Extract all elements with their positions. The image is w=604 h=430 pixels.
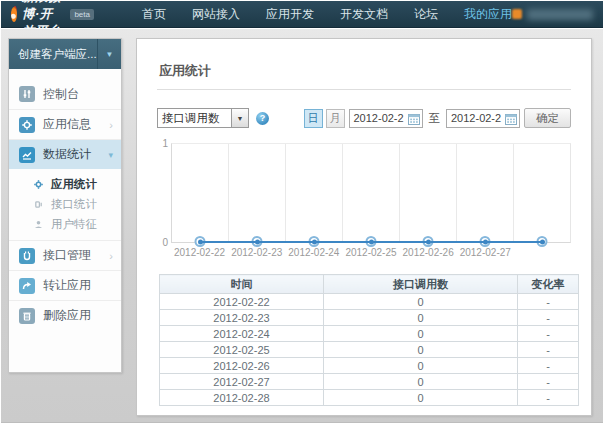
table-row: 2012-02-240- xyxy=(160,326,579,342)
date-range-controls: 日 月 2012-02-2 至 2012-02-2 xyxy=(304,108,572,128)
table-row: 2012-02-260- xyxy=(160,358,579,374)
table-cell: 0 xyxy=(324,294,518,310)
weibo-eye-icon xyxy=(11,7,17,22)
submenu-item-user-traits[interactable]: 用户特征 xyxy=(9,214,121,234)
metric-select[interactable]: 接口调用数 ▼ xyxy=(157,108,249,128)
section-title: 应用统计 xyxy=(157,56,571,90)
stats-table-body: 2012-02-220-2012-02-230-2012-02-240-2012… xyxy=(160,294,579,406)
page: 新浪微博·开放平台 beta 首页 网站接入 应用开发 开发文档 论坛 我的应用… xyxy=(0,0,604,430)
date-to-value: 2012-02-2 xyxy=(447,110,507,127)
gear-icon xyxy=(33,179,44,190)
sidebar-item-label: 控制台 xyxy=(43,86,79,103)
submenu-item-label: 用户特征 xyxy=(51,217,97,232)
date-to-input[interactable]: 2012-02-2 xyxy=(446,109,520,128)
data-stats-submenu: 应用统计 接口统计 用户特征 xyxy=(9,169,121,240)
x-axis-tick-label: 2012-02-25 xyxy=(342,247,399,258)
date-from-input[interactable]: 2012-02-2 xyxy=(349,109,423,128)
table-cell: 2012-02-24 xyxy=(160,326,324,342)
create-client-app-dropdown[interactable]: 创建客户端应... ▼ xyxy=(9,39,121,69)
to-label: 至 xyxy=(427,111,443,126)
sidebar-item-label: 应用信息 xyxy=(43,116,91,133)
table-cell: 0 xyxy=(324,342,518,358)
plug-icon xyxy=(33,199,44,210)
x-axis-labels: 2012-02-222012-02-232012-02-242012-02-25… xyxy=(171,247,571,258)
select-dropdown-icon[interactable]: ▼ xyxy=(231,109,248,127)
chart-column xyxy=(286,144,343,242)
period-month-button[interactable]: 月 xyxy=(326,109,345,128)
sidebar-item-label: 转让应用 xyxy=(43,277,91,294)
controls-row: 接口调用数 ▼ ? 日 月 2012-02-2 至 2012-02-2 xyxy=(157,107,571,129)
table-cell: 0 xyxy=(324,358,518,374)
chevron-right-icon: › xyxy=(109,119,113,131)
table-row: 2012-02-230- xyxy=(160,310,579,326)
table-header-row: 时间 接口调用数 变化率 xyxy=(160,275,579,294)
submenu-item-api-stats[interactable]: 接口统计 xyxy=(9,194,121,214)
beta-badge: beta xyxy=(70,9,94,20)
user-avatar-icon xyxy=(512,9,522,19)
metric-select-value: 接口调用数 xyxy=(158,109,231,127)
chevron-down-icon[interactable]: ▼ xyxy=(97,39,121,69)
table-cell: 2012-02-26 xyxy=(160,358,324,374)
table-cell: 0 xyxy=(324,326,518,342)
chart-plot-wrap: 2012-02-222012-02-232012-02-242012-02-25… xyxy=(171,143,571,258)
table-cell: - xyxy=(518,326,579,342)
table-cell: 2012-02-22 xyxy=(160,294,324,310)
sidebar-item-transfer-app[interactable]: 转让应用 xyxy=(9,270,121,300)
confirm-button[interactable]: 确定 xyxy=(524,108,571,128)
nav-dev-docs[interactable]: 开发文档 xyxy=(340,6,388,23)
table-cell: - xyxy=(518,374,579,390)
api-calls-line-chart: 1 0 2012-02-222012-02-232012-02-242012-0… xyxy=(157,143,571,258)
sidebar-item-console[interactable]: 控制台 xyxy=(9,79,121,109)
sidebar-item-app-info[interactable]: 应用信息 › xyxy=(9,109,121,139)
y-tick-max: 1 xyxy=(162,138,168,149)
table-cell: 2012-02-27 xyxy=(160,374,324,390)
x-axis-tick-label: 2012-02-23 xyxy=(228,247,285,258)
nav-home[interactable]: 首页 xyxy=(142,6,166,23)
table-cell: 2012-02-23 xyxy=(160,310,324,326)
trash-icon xyxy=(19,308,35,324)
table-cell: - xyxy=(518,390,579,406)
nav-my-apps[interactable]: 我的应用 xyxy=(464,6,512,23)
x-axis-tick-label: 2012-02-26 xyxy=(400,247,457,258)
table-cell: - xyxy=(518,310,579,326)
x-axis-tick-label: 2012-02-22 xyxy=(171,247,228,258)
table-cell: 0 xyxy=(324,374,518,390)
table-cell: - xyxy=(518,342,579,358)
sliders-icon xyxy=(19,86,35,102)
header-time: 时间 xyxy=(160,275,324,294)
table-cell: 0 xyxy=(324,310,518,326)
chart-series-line xyxy=(200,241,541,243)
sidebar-item-label: 数据统计 xyxy=(43,146,91,163)
sidebar-item-api-management[interactable]: 接口管理 › xyxy=(9,240,121,270)
plug-icon xyxy=(19,248,35,264)
sidebar-item-data-stats[interactable]: 数据统计 ▾ xyxy=(9,139,121,169)
calendar-icon[interactable] xyxy=(505,113,517,125)
workspace-background: 创建客户端应... ▼ 控制台 应用信息 › xyxy=(1,29,603,423)
table-cell: - xyxy=(518,294,579,310)
date-from-value: 2012-02-2 xyxy=(350,110,410,127)
nav-forum[interactable]: 论坛 xyxy=(414,6,438,23)
x-axis-tick-label xyxy=(514,247,571,258)
chart-column xyxy=(514,144,570,242)
period-day-button[interactable]: 日 xyxy=(304,109,323,128)
table-cell: 2012-02-28 xyxy=(160,390,324,406)
submenu-item-app-stats[interactable]: 应用统计 xyxy=(9,174,121,194)
chevron-right-icon: › xyxy=(109,250,113,262)
calendar-icon[interactable] xyxy=(408,113,420,125)
gear-icon xyxy=(19,117,35,133)
user-account-blurred[interactable] xyxy=(512,9,593,20)
chart-plot-area xyxy=(171,143,571,243)
submenu-item-label: 接口统计 xyxy=(51,197,97,212)
sidebar-item-label: 接口管理 xyxy=(43,247,91,264)
nav-site-access[interactable]: 网站接入 xyxy=(192,6,240,23)
nav-app-dev[interactable]: 应用开发 xyxy=(266,6,314,23)
header-change-rate: 变化率 xyxy=(518,275,579,294)
y-tick-min: 0 xyxy=(162,237,168,248)
chart-column xyxy=(172,144,229,242)
sidebar-item-delete-app[interactable]: 删除应用 xyxy=(9,300,121,330)
stats-table: 时间 接口调用数 变化率 2012-02-220-2012-02-230-201… xyxy=(159,274,579,406)
help-icon[interactable]: ? xyxy=(256,112,269,125)
chart-column xyxy=(343,144,400,242)
sidebar-menu: 控制台 应用信息 › 数据统计 ▾ xyxy=(9,69,121,330)
chart-gridlines xyxy=(172,144,570,242)
